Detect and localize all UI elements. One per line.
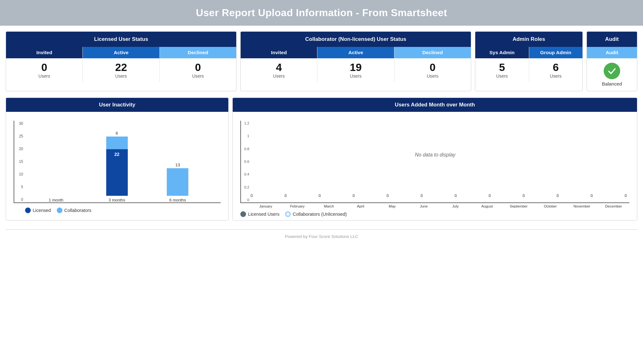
collab-active-value: 19: [350, 61, 361, 73]
licensed-invited-value: 0: [41, 61, 47, 73]
month-val-feb: 0: [284, 194, 287, 198]
licensed-declined-badge: Declined: [160, 47, 236, 58]
bar-xlabel-1month: 1 month: [49, 198, 63, 202]
users-added-mom-header: Users Added Month over Month: [233, 98, 637, 112]
collaborator-user-status-header: Collaborator (Non-licensed) User Status: [241, 32, 471, 47]
licensed-user-status-header: Licensed User Status: [6, 32, 236, 47]
month-oct: October: [535, 204, 566, 208]
licensed-declined-users: Users: [192, 73, 204, 79]
legend-collaborators-icon: [57, 208, 62, 213]
licensed-active-value: 22: [115, 61, 127, 73]
month-aug: August: [471, 204, 503, 208]
legend-collaborators: Collaborators: [57, 208, 92, 213]
bar-xlabel-6months: 6 months: [169, 198, 186, 202]
collab-active-col: Active 19 Users: [317, 47, 394, 82]
sys-admin-badge: Sys Admin: [475, 47, 529, 58]
group-admin-value: 6: [553, 61, 559, 73]
collaborator-user-status-group: Collaborator (Non-licensed) User Status …: [240, 31, 471, 91]
ylabel-20: 20: [14, 147, 23, 151]
month-may: May: [376, 204, 408, 208]
month-zero-row: 0 0 0 0 0 0 0 0 0 0 0 0: [250, 194, 627, 198]
ylabel-5: 5: [14, 185, 23, 189]
month-jul: July: [440, 204, 471, 208]
month-val-nov: 0: [591, 194, 593, 198]
licensed-user-status-group: Licensed User Status Invited 0 Users Act…: [6, 31, 237, 91]
bar-inner-label-3months: 22: [114, 152, 119, 157]
sys-admin-col: Sys Admin 5 Users: [475, 47, 529, 82]
licensed-invited-col: Invited 0 Users: [6, 47, 83, 82]
licensed-invited-badge: Invited: [6, 47, 82, 58]
ylabel-25: 25: [14, 134, 23, 138]
line-chart-xaxis: January February March April May June Ju…: [240, 203, 629, 208]
collab-invited-value: 4: [276, 61, 282, 73]
line-ylabel-06: 0.6: [241, 160, 249, 163]
licensed-active-col: Active 22 Users: [83, 47, 159, 82]
legend-collaborators-unlicensed-icon: [285, 211, 291, 217]
bar-chart-legend: Licensed Collaborators: [14, 208, 221, 213]
bar-licensed-3months: 22: [106, 149, 128, 196]
month-sep: September: [503, 204, 535, 208]
ylabel-15: 15: [14, 159, 23, 164]
stats-section: Licensed User Status Invited 0 Users Act…: [0, 26, 643, 94]
line-chart-yaxis: 0 0.2 0.4 0.6 0.8 1 1.2: [241, 121, 250, 202]
users-added-mom-chart: Users Added Month over Month 0 0.2 0.4 0…: [232, 98, 637, 220]
collab-active-badge: Active: [317, 47, 394, 58]
licensed-active-badge: Active: [83, 47, 159, 58]
month-val-sep: 0: [523, 194, 525, 198]
no-data-message: No data to display: [415, 152, 456, 158]
bar-xlabel-3months: 3 months: [108, 198, 125, 202]
bar-group-3months: 6 22 3 months: [87, 121, 147, 202]
licensed-invited-users: Users: [38, 73, 50, 79]
admin-roles-cols: Sys Admin 5 Users Group Admin 6 Users: [475, 47, 582, 82]
user-inactivity-body: 0 5 10 15 20 25 30 1 month: [6, 112, 228, 216]
line-ylabel-0: 0: [241, 198, 249, 202]
footer-text: Powered by Four Score Solutions LLC: [0, 230, 643, 245]
charts-section: User Inactivity 0 5 10 15 20 25 30: [0, 94, 643, 224]
line-ylabel-02: 0.2: [241, 185, 249, 189]
legend-collaborators-unlicensed-label: Collaborators (Unlicensed): [293, 212, 347, 217]
legend-licensed-users-label: Licensed Users: [248, 212, 279, 217]
collab-invited-badge: Invited: [241, 47, 317, 58]
line-ylabel-1: 1: [241, 134, 249, 138]
month-jan: January: [250, 204, 282, 208]
group-admin-users: Users: [550, 73, 562, 79]
legend-licensed-label: Licensed: [33, 208, 51, 213]
bar-toplabel-6months: 13: [175, 163, 180, 167]
legend-licensed-users-icon: [240, 211, 246, 217]
month-val-mar: 0: [319, 194, 321, 198]
ylabel-10: 10: [14, 172, 23, 176]
legend-licensed-icon: [25, 208, 31, 213]
collab-declined-users: Users: [427, 73, 438, 79]
legend-collaborators-unlicensed: Collaborators (Unlicensed): [285, 211, 347, 217]
month-apr: April: [345, 204, 376, 208]
month-val-jul: 0: [455, 194, 457, 198]
month-val-jan: 0: [250, 194, 253, 198]
bar-collab-3months: [106, 137, 128, 149]
bar-group-6months: 13 6 months: [147, 121, 208, 202]
month-dec: December: [598, 204, 629, 208]
legend-licensed: Licensed: [25, 208, 51, 213]
bar-chart-yaxis: 0 5 10 15 20 25 30: [14, 121, 24, 202]
line-chart-area: 0 0.2 0.4 0.6 0.8 1 1.2 No data to displ…: [240, 121, 629, 203]
month-val-oct: 0: [557, 194, 559, 198]
month-val-may: 0: [386, 194, 389, 198]
admin-roles-group: Admin Roles Sys Admin 5 Users Group Admi…: [475, 31, 583, 91]
audit-icon-area: Balanced: [587, 58, 637, 91]
page-wrapper: User Report Upload Information - From Sm…: [0, 0, 643, 364]
collab-declined-badge: Declined: [394, 47, 471, 58]
user-inactivity-chart: User Inactivity 0 5 10 15 20 25 30: [6, 98, 229, 220]
bar-chart-area: 0 5 10 15 20 25 30 1 month: [14, 121, 221, 203]
line-chart-legend: Licensed Users Collaborators (Unlicensed…: [240, 211, 629, 217]
month-val-aug: 0: [489, 194, 491, 198]
month-nov: November: [566, 204, 598, 208]
legend-collaborators-label: Collaborators: [64, 208, 92, 213]
licensed-user-status-cols: Invited 0 Users Active 22 Users Declined…: [6, 47, 236, 82]
ylabel-0: 0: [14, 197, 23, 202]
user-inactivity-header: User Inactivity: [6, 98, 228, 112]
ylabel-30: 30: [14, 121, 23, 126]
users-added-mom-body: 0 0.2 0.4 0.6 0.8 1 1.2 No data to displ…: [233, 112, 637, 220]
collab-invited-col: Invited 4 Users: [241, 47, 317, 82]
collab-active-users: Users: [350, 73, 362, 79]
month-val-jun: 0: [420, 194, 423, 198]
sys-admin-users: Users: [496, 73, 508, 79]
